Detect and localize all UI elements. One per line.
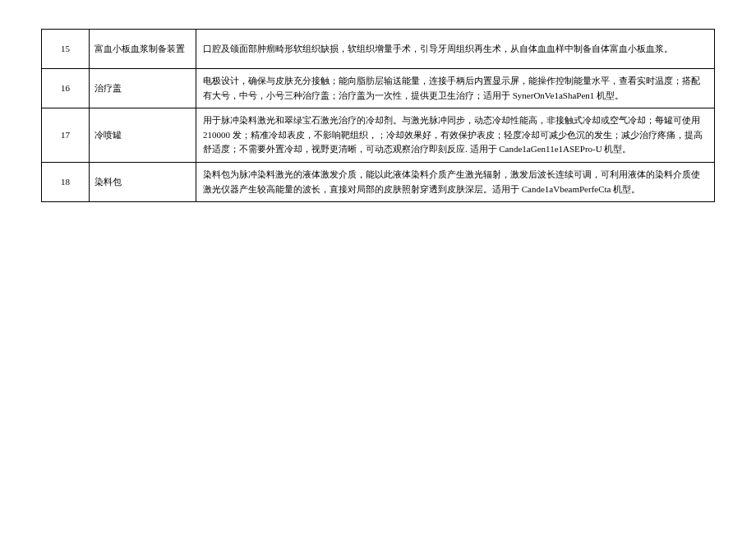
equipment-description: 口腔及颌面部肿瘤畸形软组织缺损，软组织增量手术，引导牙周组织再生术，从自体血血样… (196, 30, 715, 69)
equipment-name: 冷喷罐 (90, 108, 196, 163)
equipment-name: 治疗盖 (90, 69, 196, 108)
table-row: 15 富血小板血浆制备装置 口腔及颌面部肿瘤畸形软组织缺损，软组织增量手术，引导… (42, 30, 715, 69)
row-number: 15 (42, 30, 90, 69)
equipment-name: 染料包 (90, 162, 196, 201)
row-number: 16 (42, 69, 90, 108)
table-row: 18 染料包 染料包为脉冲染料激光的液体激发介质，能以此液体染料介质产生激光辐射… (42, 162, 715, 201)
equipment-description: 电极设计，确保与皮肤充分接触；能向脂肪层输送能量，连接手柄后内置显示屏，能操作控… (196, 69, 715, 108)
row-number: 18 (42, 162, 90, 201)
table-row: 17 冷喷罐 用于脉冲染料激光和翠绿宝石激光治疗的冷却剂。与激光脉冲同步，动态冷… (42, 108, 715, 163)
equipment-description: 用于脉冲染料激光和翠绿宝石激光治疗的冷却剂。与激光脉冲同步，动态冷却性能高，非接… (196, 108, 715, 163)
table-row: 16 治疗盖 电极设计，确保与皮肤充分接触；能向脂肪层输送能量，连接手柄后内置显… (42, 69, 715, 108)
equipment-name: 富血小板血浆制备装置 (90, 30, 196, 69)
equipment-table: 15 富血小板血浆制备装置 口腔及颌面部肿瘤畸形软组织缺损，软组织增量手术，引导… (41, 29, 715, 202)
equipment-description: 染料包为脉冲染料激光的液体激发介质，能以此液体染料介质产生激光辐射，激发后波长连… (196, 162, 715, 201)
row-number: 17 (42, 108, 90, 163)
